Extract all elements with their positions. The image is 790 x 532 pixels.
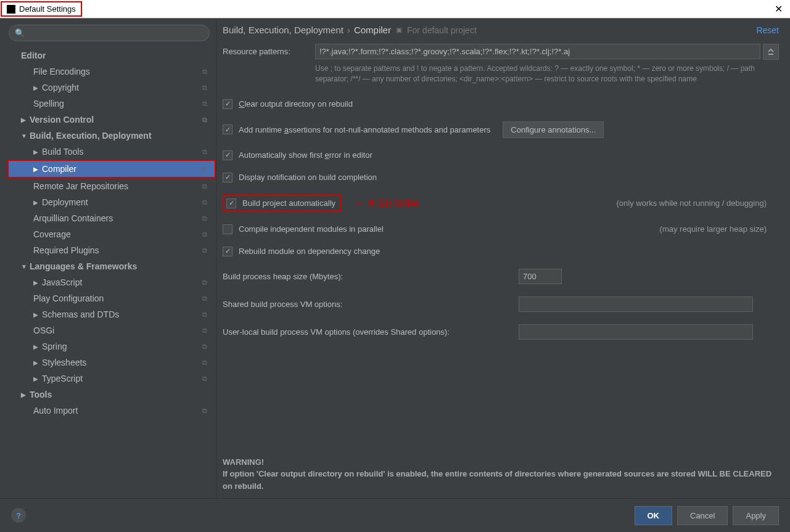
help-icon[interactable]: ? — [11, 508, 26, 523]
configure-annotations-button[interactable]: Configure annotations... — [503, 121, 604, 138]
copy-icon: ⧉ — [202, 343, 207, 351]
parallel-row[interactable]: Compile independent modules in parallel … — [223, 224, 779, 234]
sidebar-item-remote-jar-repositories[interactable]: Remote Jar Repositories⧉ — [7, 178, 216, 194]
parallel-note: (may require larger heap size) — [660, 224, 779, 234]
search-icon: 🔍 — [15, 28, 25, 38]
auto-build-highlight: Build project automatically — [223, 195, 342, 212]
assertions-label: Add runtime assertions for not-null-anno… — [239, 125, 490, 134]
sidebar-item-javascript[interactable]: ▶JavaScript⧉ — [7, 274, 216, 290]
chevron-icon: ▶ — [33, 279, 39, 286]
titlebar-highlight: Default Settings — [1, 1, 82, 17]
chevron-icon: ▶ — [33, 311, 39, 318]
copy-icon: ⧉ — [202, 148, 207, 156]
assertions-row[interactable]: Add runtime assertions for not-null-anno… — [223, 121, 779, 138]
sidebar-item-stylesheets[interactable]: ▶Stylesheets⧉ — [7, 354, 216, 370]
sidebar-item-schemas-and-dtds[interactable]: ▶Schemas and DTDs⧉ — [7, 306, 216, 322]
copy-icon: ⧉ — [202, 407, 207, 415]
sidebar-item-file-encodings[interactable]: File Encodings⧉ — [7, 63, 216, 80]
chevron-icon: ▶ — [33, 343, 39, 350]
chevron-icon: ▶ — [33, 84, 39, 91]
copy-icon: ⧉ — [202, 247, 207, 255]
copy-icon: ⧉ — [202, 375, 207, 383]
user-vm-row: User-local build process VM options (ove… — [223, 324, 779, 340]
copy-icon: ⧉ — [202, 215, 207, 223]
copy-icon: ⧉ — [202, 327, 207, 335]
arrow-left-icon: ← — [354, 198, 364, 209]
sidebar-item-spring[interactable]: ▶Spring⧉ — [7, 338, 216, 354]
assertions-checkbox[interactable] — [223, 125, 232, 134]
notify-label: Display notification on build completion — [239, 173, 377, 182]
chevron-icon: ▼ — [21, 133, 27, 139]
copy-icon: ⧉ — [202, 84, 207, 92]
sidebar-item-tools[interactable]: ▶Tools — [7, 387, 216, 403]
notify-row[interactable]: Display notification on build completion — [223, 173, 779, 182]
sidebar-item-typescript[interactable]: ▶TypeScript⧉ — [7, 370, 216, 387]
auto-build-checkbox[interactable] — [226, 198, 236, 208]
heap-label: Build process heap size (Mbytes): — [223, 272, 519, 281]
chevron-icon: ▶ — [33, 149, 39, 155]
sidebar-item-version-control[interactable]: ▶Version Control⧉ — [7, 112, 216, 128]
cancel-button[interactable]: Cancel — [677, 506, 728, 525]
auto-build-note: (only works while not running / debuggin… — [616, 198, 779, 208]
search-input[interactable] — [9, 25, 210, 41]
breadcrumb-hint: For default project — [407, 25, 477, 35]
chevron-icon: ▶ — [33, 375, 39, 382]
reset-link[interactable]: Reset — [756, 25, 779, 35]
copy-icon: ⧉ — [202, 182, 207, 190]
copy-icon: ⧉ — [202, 279, 207, 287]
first-error-checkbox[interactable] — [223, 150, 232, 160]
chevron-icon: ▼ — [21, 263, 27, 270]
clear-output-checkbox[interactable] — [223, 99, 232, 109]
sidebar-item-editor[interactable]: Editor — [7, 47, 216, 63]
copy-icon: ⧉ — [201, 165, 206, 173]
warning-block: WARNING! If option 'Clear output directo… — [223, 432, 779, 493]
close-icon[interactable]: ✕ — [775, 3, 783, 15]
resource-row: Resource patterns: — [223, 44, 779, 60]
sidebar-item-osgi[interactable]: OSGi⧉ — [7, 322, 216, 338]
sidebar-item-play-configuration[interactable]: Play Configuration⧉ — [7, 290, 216, 306]
clear-output-label: Clear output directory on rebuild — [239, 99, 353, 108]
window-title: Default Settings — [19, 4, 76, 14]
copy-icon: ⧉ — [202, 311, 207, 319]
footer: ? OK Cancel Apply — [0, 498, 790, 532]
sidebar-item-build-tools[interactable]: ▶Build Tools⧉ — [7, 144, 216, 160]
warning-title: WARNING! — [223, 456, 779, 469]
sidebar-item-spelling[interactable]: Spelling⧉ — [7, 96, 216, 112]
heap-input[interactable] — [519, 269, 562, 284]
copy-icon: ⧉ — [202, 68, 207, 76]
resource-label: Resource patterns: — [223, 44, 315, 56]
app-icon — [7, 5, 15, 14]
resource-patterns-input[interactable] — [315, 44, 760, 59]
first-error-row[interactable]: Automatically show first error in editor — [223, 150, 779, 160]
copy-icon: ⧉ — [202, 231, 207, 239]
shared-vm-input[interactable] — [519, 297, 753, 312]
user-vm-input[interactable] — [519, 324, 753, 340]
notify-checkbox[interactable] — [223, 173, 232, 182]
sidebar-item-build-execution-deployment[interactable]: ▼Build, Execution, Deployment — [7, 128, 216, 144]
chevron-icon: ▶ — [21, 391, 27, 398]
titlebar: Default Settings ✕ — [0, 0, 790, 18]
sidebar-item-coverage[interactable]: Coverage⧉ — [7, 226, 216, 242]
rebuild-dep-row[interactable]: Rebuild module on dependency change — [223, 247, 779, 256]
apply-button[interactable]: Apply — [733, 506, 779, 525]
parallel-label: Compile independent modules in parallel — [239, 224, 384, 234]
parallel-checkbox[interactable] — [223, 224, 232, 234]
sidebar-item-compiler[interactable]: ▶Compiler⧉ — [7, 160, 216, 178]
expand-field-icon[interactable] — [763, 44, 779, 60]
copy-icon: ⧉ — [202, 295, 207, 303]
sidebar-item-deployment[interactable]: ▶Deployment⧉ — [7, 194, 216, 210]
clear-output-row[interactable]: Clear output directory on rebuild — [223, 99, 779, 109]
sidebar-item-arquillian-containers[interactable]: Arquillian Containers⧉ — [7, 210, 216, 226]
copy-icon: ⧉ — [202, 116, 207, 124]
rebuild-dep-label: Rebuild module on dependency change — [239, 247, 380, 256]
chevron-icon: ▶ — [21, 117, 27, 123]
sidebar-item-auto-import[interactable]: Auto Import⧉ — [7, 403, 216, 419]
content-panel: Build, Execution, Deployment › Compiler … — [216, 18, 790, 498]
sidebar-item-languages-frameworks[interactable]: ▼Languages & Frameworks — [7, 258, 216, 274]
breadcrumb: Build, Execution, Deployment › Compiler … — [223, 25, 779, 35]
sidebar-item-required-plugins[interactable]: Required Plugins⧉ — [7, 242, 216, 258]
rebuild-dep-checkbox[interactable] — [223, 247, 232, 256]
ok-button[interactable]: OK — [635, 506, 673, 525]
sidebar-item-copyright[interactable]: ▶Copyright⧉ — [7, 80, 216, 96]
breadcrumb-leaf: Compiler — [354, 25, 391, 35]
